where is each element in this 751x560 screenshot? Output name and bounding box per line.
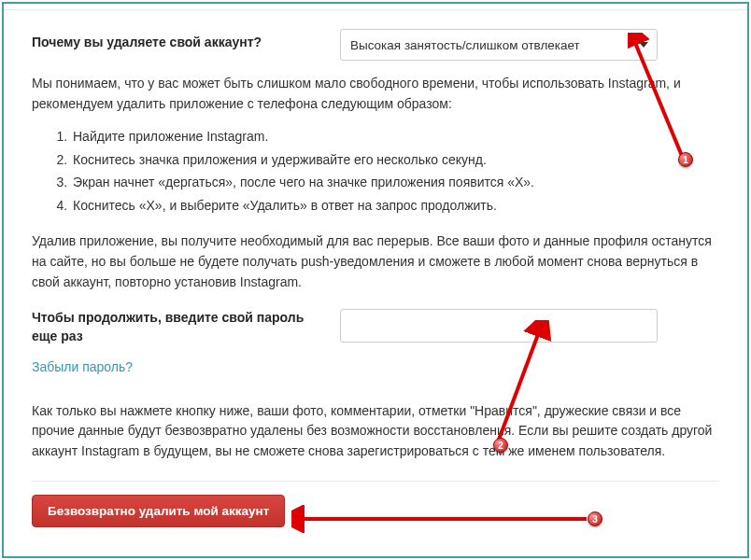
content-area: Почему вы удаляете свой аккаунт? Высокая… [4, 9, 747, 556]
uninstall-steps: Найдите приложение Instagram. Коснитесь … [71, 125, 719, 217]
reason-row: Почему вы удаляете свой аккаунт? Высокая… [32, 29, 719, 61]
annotation-arrow-3 [291, 505, 600, 533]
window-frame: Почему вы удаляете свой аккаунт? Высокая… [2, 2, 749, 558]
password-label: Чтобы продолжить, введите свой пароль ещ… [32, 309, 340, 345]
divider [32, 481, 719, 482]
warning-paragraph: Как только вы нажмете кнопку ниже, ваши … [32, 401, 719, 462]
step-item: Коснитесь значка приложения и удерживайт… [71, 148, 719, 172]
reason-select[interactable]: Высокая занятость/слишком отвлекает [340, 29, 658, 61]
step-item: Коснитесь «X», и выберите «Удалить» в от… [71, 194, 719, 217]
step-item: Экран начнет «дергаться», после чего на … [71, 171, 719, 194]
delete-account-button[interactable]: Безвозвратно удалить мой аккаунт [32, 495, 285, 527]
reason-label: Почему вы удаляете свой аккаунт? [32, 29, 340, 49]
forgot-password-link[interactable]: Забыли пароль? [32, 359, 133, 374]
password-row: Чтобы продолжить, введите свой пароль ещ… [32, 309, 719, 345]
intro-paragraph: Мы понимаем, что у вас может быть слишко… [32, 74, 719, 114]
password-input[interactable] [340, 309, 658, 343]
post-steps-paragraph: Удалив приложение, вы получите необходим… [32, 231, 719, 292]
step-item: Найдите приложение Instagram. [71, 125, 719, 148]
reason-select-wrap: Высокая занятость/слишком отвлекает [340, 29, 658, 61]
annotation-badge-3: 3 [588, 511, 602, 526]
